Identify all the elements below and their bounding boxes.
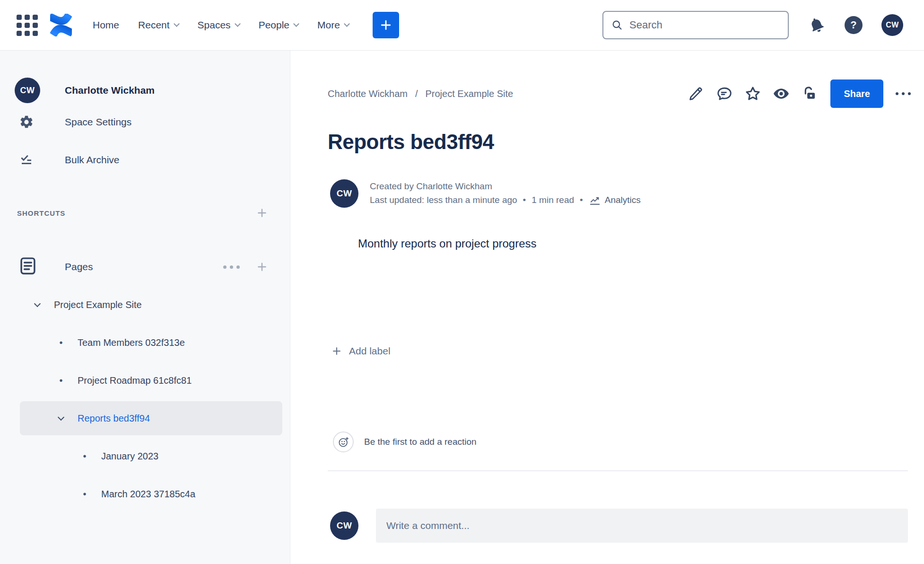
bell-icon: [805, 13, 828, 36]
commenter-avatar: CW: [330, 511, 358, 540]
bullet-icon: •: [57, 375, 65, 386]
nav-item-label: Recent: [138, 19, 170, 31]
reactions-section: Be the first to add a reaction: [333, 432, 913, 452]
nav-item-recent[interactable]: Recent: [129, 11, 188, 39]
sidebar-item-pages[interactable]: Pages: [0, 248, 290, 286]
question-mark-icon: ?: [845, 16, 863, 34]
nav-item-label: Home: [93, 19, 119, 31]
analytics-label: Analytics: [605, 195, 641, 205]
add-reaction-button[interactable]: [333, 432, 354, 452]
create-button[interactable]: [373, 12, 399, 38]
search-icon: [611, 19, 623, 31]
plus-icon: [331, 345, 342, 357]
chevron-down-icon[interactable]: [33, 304, 42, 306]
add-label-button[interactable]: Add label: [331, 345, 391, 357]
tree-item-label: Team Members 032f313e: [78, 337, 185, 348]
gear-icon: [19, 115, 34, 130]
top-navigation-bar: HomeRecentSpacesPeopleMore ? CW: [0, 0, 924, 51]
favourite-button[interactable]: [741, 81, 765, 106]
search-box[interactable]: [602, 11, 789, 39]
page-content: Charlotte Wickham/Project Example Site: [290, 51, 924, 564]
dot-separator: •: [580, 195, 583, 205]
nav-item-home[interactable]: Home: [83, 11, 129, 39]
last-updated-text[interactable]: Last updated: less than a minute ago: [370, 195, 517, 205]
comments-divider: [328, 470, 908, 471]
sidebar-item-bulk-archive[interactable]: Bulk Archive: [0, 141, 290, 179]
notifications-button[interactable]: [805, 13, 828, 36]
space-avatar: CW: [15, 78, 40, 103]
tree-item-label: Project Example Site: [54, 300, 142, 310]
chevron-down-icon: [344, 21, 350, 27]
confluence-logo-icon: [50, 14, 72, 36]
read-time-text: 1 min read: [532, 195, 574, 205]
nav-item-label: People: [259, 19, 289, 31]
nav-item-people[interactable]: People: [249, 11, 308, 39]
pages-more-button[interactable]: [221, 264, 242, 271]
chevron-down-icon: [174, 21, 180, 27]
app-switcher-button[interactable]: [17, 15, 38, 36]
comment-bubble-icon: [715, 85, 733, 103]
comments-button[interactable]: [712, 81, 737, 106]
search-input[interactable]: [629, 19, 780, 31]
nav-item-more[interactable]: More: [308, 11, 358, 39]
space-header[interactable]: CW Charlotte Wickham: [15, 78, 290, 103]
space-sidebar: CW Charlotte Wickham Space Settings Bulk…: [0, 51, 290, 564]
pages-icon: [17, 256, 38, 278]
tree-item-project-roadmap-61c8fc81[interactable]: •Project Roadmap 61c8fc81: [0, 361, 290, 399]
grid-icon: [17, 15, 38, 36]
chevron-down-icon: [293, 21, 299, 27]
chevron-down-icon: [34, 300, 41, 307]
plus-icon: [256, 207, 268, 219]
bullet-icon: •: [57, 337, 65, 348]
analytics-link[interactable]: Analytics: [589, 194, 641, 206]
created-by-text: Created by Charlotte Wickham: [370, 181, 641, 192]
unlock-icon: [801, 85, 818, 102]
chevron-down-icon[interactable]: [57, 417, 65, 420]
breadcrumb-item[interactable]: Project Example Site: [426, 88, 514, 99]
dot-separator: •: [523, 195, 526, 205]
bullet-icon: •: [80, 451, 89, 462]
page-body-text: Monthly reports on project progress: [358, 237, 913, 250]
page-title: Reports bed3ff94: [328, 130, 913, 154]
tree-item-label: March 2023 37185c4a: [101, 489, 195, 500]
user-avatar[interactable]: CW: [881, 14, 903, 36]
add-page-button[interactable]: [256, 261, 268, 273]
help-button[interactable]: ?: [845, 16, 863, 34]
watch-button[interactable]: [769, 81, 793, 106]
primary-nav: HomeRecentSpacesPeopleMore: [83, 11, 358, 39]
shortcuts-section-header: SHORTCUTS: [17, 207, 268, 219]
author-avatar[interactable]: CW: [330, 179, 358, 208]
share-button[interactable]: Share: [830, 79, 883, 108]
page-tree: Project Example Site•Team Members 032f31…: [0, 286, 290, 513]
pencil-icon: [688, 85, 705, 102]
tree-item-project-example-site[interactable]: Project Example Site: [0, 286, 290, 324]
analytics-icon: [589, 194, 601, 206]
tree-item-label: January 2023: [101, 451, 158, 462]
tree-item-team-members-032f313e[interactable]: •Team Members 032f313e: [0, 324, 290, 361]
pages-label: Pages: [65, 261, 221, 273]
breadcrumb-item[interactable]: Charlotte Wickham: [328, 88, 408, 99]
comment-section: CW: [330, 509, 913, 543]
reaction-prompt: Be the first to add a reaction: [364, 437, 477, 447]
sidebar-item-space-settings[interactable]: Space Settings: [0, 103, 290, 141]
smiley-add-icon: [337, 436, 350, 449]
tree-item-label: Project Roadmap 61c8fc81: [78, 375, 192, 386]
chevron-down-icon: [58, 414, 64, 420]
tree-item-reports-bed3ff94[interactable]: Reports bed3ff94: [20, 401, 282, 435]
restrictions-button[interactable]: [797, 81, 822, 106]
nav-item-spaces[interactable]: Spaces: [188, 11, 249, 39]
add-shortcut-button[interactable]: [256, 207, 268, 219]
add-label-text: Add label: [349, 345, 391, 357]
page-more-button[interactable]: [894, 90, 913, 97]
tree-item-march-2023-37185c4a[interactable]: •March 2023 37185c4a: [0, 475, 290, 513]
bullet-icon: •: [80, 489, 89, 500]
comment-input[interactable]: [376, 509, 908, 543]
edit-button[interactable]: [684, 81, 708, 106]
tree-item-january-2023[interactable]: •January 2023: [0, 437, 290, 475]
byline: CW Created by Charlotte Wickham Last upd…: [330, 179, 913, 208]
confluence-logo[interactable]: [50, 14, 72, 36]
chevron-down-icon: [235, 21, 241, 27]
plus-icon: [256, 261, 268, 273]
tree-item-label: Reports bed3ff94: [78, 413, 150, 424]
bulk-archive-icon: [19, 153, 34, 167]
